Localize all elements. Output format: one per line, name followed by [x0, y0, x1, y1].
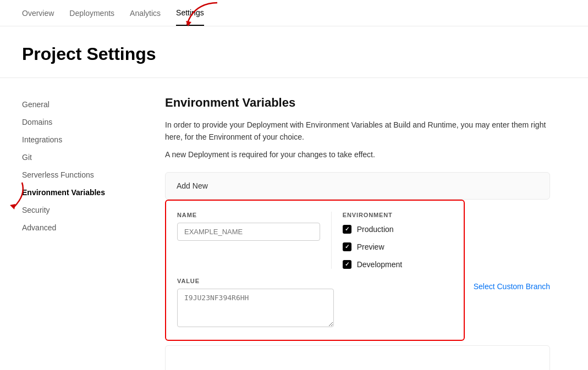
name-label: NAME — [177, 212, 320, 218]
sidebar-item-git[interactable]: Git — [22, 148, 121, 166]
section-description-2: A new Deployment is required for your ch… — [165, 150, 550, 159]
environment-label: ENVIRONMENT — [343, 212, 453, 218]
name-field-col: NAME — [177, 212, 320, 269]
sidebar-item-environment-variables[interactable]: Environment Variables — [22, 184, 121, 201]
main-layout: General Domains Integrations Git Serverl… — [0, 78, 588, 370]
env-form-card: NAME ENVIRONMENT Production — [165, 200, 465, 341]
env-checkboxes: Production Preview Development — [343, 223, 453, 269]
checkbox-preview[interactable] — [343, 242, 351, 251]
section-description-1: In order to provide your Deployment with… — [165, 119, 550, 143]
checkbox-development-label: Development — [357, 260, 403, 269]
select-custom-branch-link[interactable]: Select Custom Branch — [474, 282, 550, 291]
page-title-section: Project Settings — [0, 26, 588, 78]
value-row: VALUE — [177, 278, 453, 329]
nav-item-overview[interactable]: Overview — [22, 1, 54, 25]
sidebar-item-integrations[interactable]: Integrations — [22, 131, 121, 148]
svg-marker-1 — [10, 204, 15, 209]
content-area: Environment Variables In order to provid… — [143, 78, 572, 370]
add-new-label: Add New — [177, 181, 208, 190]
sidebar-item-domains[interactable]: Domains — [22, 113, 121, 131]
sidebar-item-serverless-functions[interactable]: Serverless Functions — [22, 166, 121, 184]
value-input[interactable] — [177, 289, 334, 327]
section-title: Environment Variables — [165, 96, 550, 110]
value-label: VALUE — [177, 278, 334, 284]
add-new-card: Add New — [165, 172, 550, 200]
empty-row-card — [165, 345, 550, 370]
sidebar-item-general[interactable]: General — [22, 96, 121, 113]
env-form-wrapper: NAME ENVIRONMENT Production — [165, 200, 550, 341]
nav-item-settings[interactable]: Settings — [176, 1, 204, 26]
checkbox-preview-row: Preview — [343, 242, 453, 251]
checkbox-production[interactable] — [343, 225, 351, 234]
form-divider — [331, 212, 332, 269]
name-env-row: NAME ENVIRONMENT Production — [177, 212, 453, 269]
checkbox-preview-label: Preview — [357, 242, 384, 251]
nav-item-analytics[interactable]: Analytics — [130, 1, 161, 25]
value-right-spacer — [343, 278, 453, 329]
sidebar: General Domains Integrations Git Serverl… — [0, 78, 143, 370]
environment-col: ENVIRONMENT Production Preview — [343, 212, 453, 269]
value-field-col: VALUE — [177, 278, 334, 329]
name-input[interactable] — [177, 223, 320, 241]
checkbox-development[interactable] — [343, 260, 351, 269]
top-navigation: Overview Deployments Analytics Settings — [0, 0, 588, 26]
sidebar-item-advanced[interactable]: Advanced — [22, 219, 121, 236]
sidebar-item-security[interactable]: Security — [22, 201, 121, 219]
page-title: Project Settings — [22, 44, 566, 64]
checkbox-development-row: Development — [343, 260, 453, 269]
checkbox-production-row: Production — [343, 225, 453, 234]
checkbox-production-label: Production — [357, 225, 394, 234]
nav-item-deployments[interactable]: Deployments — [69, 1, 114, 25]
